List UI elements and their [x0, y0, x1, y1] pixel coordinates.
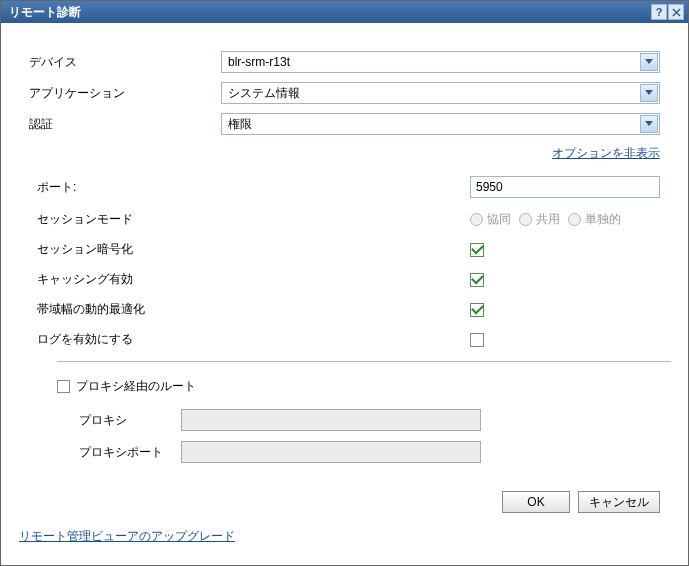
proxy-port-label: プロキシポート	[79, 444, 181, 461]
proxy-route-checkbox[interactable]	[57, 380, 70, 393]
application-label: アプリケーション	[29, 85, 221, 102]
radio-cooperative-label: 協同	[487, 211, 511, 228]
cancel-button[interactable]: キャンセル	[578, 491, 660, 513]
radio-exclusive-label: 単独的	[585, 211, 621, 228]
dialog-buttons: OK キャンセル	[29, 491, 660, 513]
device-row: デバイス blr-srm-r13t	[29, 51, 660, 73]
close-button[interactable]	[668, 4, 684, 20]
encryption-row: セッション暗号化	[29, 241, 660, 258]
proxy-port-row: プロキシポート	[57, 441, 660, 463]
port-label: ポート:	[37, 179, 470, 196]
dialog-title: リモート診断	[9, 4, 651, 21]
caching-checkbox[interactable]	[470, 273, 484, 287]
caching-row: キャッシング有効	[29, 271, 660, 288]
logging-row: ログを有効にする	[29, 331, 660, 348]
dialog-content: デバイス blr-srm-r13t アプリケーション システム情報 認証 権限 …	[1, 23, 688, 523]
application-row: アプリケーション システム情報	[29, 82, 660, 104]
chevron-down-icon	[640, 115, 658, 133]
options-toggle-row: オプションを非表示	[29, 145, 660, 162]
proxy-section: プロキシ経由のルート プロキシ プロキシポート	[29, 378, 660, 463]
proxy-host-label: プロキシ	[79, 412, 181, 429]
bandwidth-checkbox[interactable]	[470, 303, 484, 317]
proxy-host-input	[181, 409, 481, 431]
port-input[interactable]	[470, 176, 660, 198]
ok-button[interactable]: OK	[502, 491, 570, 513]
radio-icon	[470, 213, 483, 226]
encryption-label: セッション暗号化	[37, 241, 470, 258]
upgrade-link[interactable]: リモート管理ビューアのアップグレード	[19, 529, 235, 543]
proxy-route-row: プロキシ経由のルート	[57, 378, 660, 395]
session-mode-label: セッションモード	[37, 211, 470, 228]
auth-row: 認証 権限	[29, 113, 660, 135]
radio-cooperative: 協同	[470, 211, 511, 228]
device-select[interactable]: blr-srm-r13t	[221, 51, 660, 73]
device-value: blr-srm-r13t	[228, 55, 290, 69]
radio-exclusive: 単独的	[568, 211, 621, 228]
port-row: ポート:	[29, 176, 660, 198]
help-button[interactable]: ?	[651, 4, 667, 20]
proxy-route-label: プロキシ経由のルート	[76, 378, 196, 395]
device-label: デバイス	[29, 54, 221, 71]
radio-shared-label: 共用	[536, 211, 560, 228]
proxy-port-input	[181, 441, 481, 463]
hide-options-link[interactable]: オプションを非表示	[552, 146, 660, 160]
separator	[57, 361, 671, 362]
caching-label: キャッシング有効	[37, 271, 470, 288]
radio-icon	[519, 213, 532, 226]
titlebar-buttons: ?	[651, 4, 684, 20]
auth-select[interactable]: 権限	[221, 113, 660, 135]
proxy-host-row: プロキシ	[57, 409, 660, 431]
logging-checkbox[interactable]	[470, 333, 484, 347]
radio-shared: 共用	[519, 211, 560, 228]
chevron-down-icon	[640, 84, 658, 102]
radio-icon	[568, 213, 581, 226]
bandwidth-label: 帯域幅の動的最適化	[37, 301, 470, 318]
session-mode-row: セッションモード 協同 共用 単独的	[29, 211, 660, 228]
application-select[interactable]: システム情報	[221, 82, 660, 104]
encryption-checkbox[interactable]	[470, 243, 484, 257]
session-mode-radios: 協同 共用 単独的	[470, 211, 621, 228]
auth-label: 認証	[29, 116, 221, 133]
bandwidth-row: 帯域幅の動的最適化	[29, 301, 660, 318]
logging-label: ログを有効にする	[37, 331, 470, 348]
footer: リモート管理ビューアのアップグレード	[19, 528, 235, 545]
titlebar: リモート診断 ?	[1, 1, 688, 23]
chevron-down-icon	[640, 53, 658, 71]
auth-value: 権限	[228, 116, 252, 133]
application-value: システム情報	[228, 85, 300, 102]
